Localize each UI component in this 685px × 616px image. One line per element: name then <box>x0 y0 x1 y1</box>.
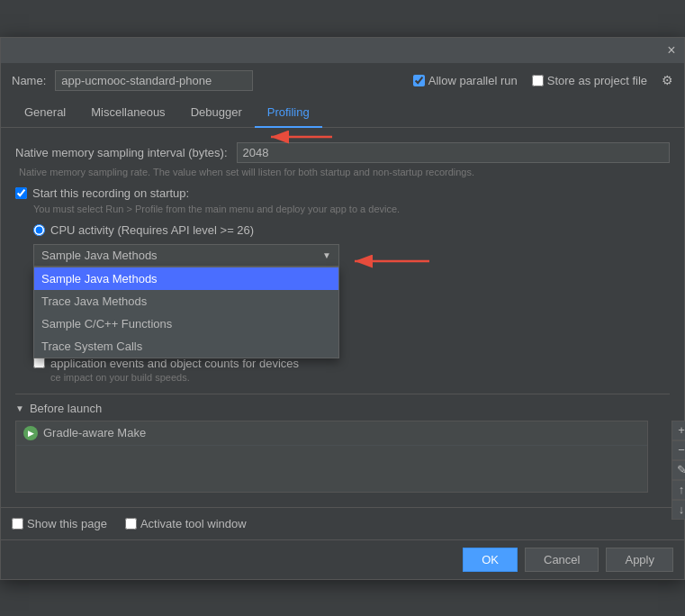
edit-launch-button[interactable]: ✎ <box>671 460 685 480</box>
close-button[interactable]: × <box>664 43 679 58</box>
launch-item-label: Gradle-aware Make <box>43 426 146 439</box>
native-memory-hint: Native memory sampling rate. The value w… <box>15 167 670 177</box>
list-item: ▶ Gradle-aware Make <box>16 421 647 446</box>
gear-icon[interactable]: ⚙ <box>662 73 673 87</box>
store-project-checkbox[interactable] <box>532 75 544 86</box>
list-side-buttons: + − ✎ ↑ ↓ <box>671 421 685 520</box>
title-bar: × <box>1 38 684 63</box>
start-recording-row: Start this recording on startup: <box>15 186 670 200</box>
start-recording-checkbox[interactable] <box>15 187 27 199</box>
dialog: × Name: Allow parallel run Store as proj… <box>0 37 685 580</box>
gradle-icon: ▶ <box>23 426 38 440</box>
store-project-text: Store as project file <box>547 74 647 87</box>
show-page-checkbox[interactable] <box>12 518 23 530</box>
move-down-launch-button[interactable]: ↓ <box>671 500 685 520</box>
allow-parallel-label[interactable]: Allow parallel run <box>413 74 518 87</box>
second-section-hint: ce impact on your build speeds. <box>50 372 299 383</box>
apply-button[interactable]: Apply <box>606 548 673 572</box>
before-launch-section: ▼ Before launch ▶ Gradle-aware Make + − … <box>15 394 670 493</box>
activate-tool-checkbox[interactable] <box>125 518 137 530</box>
dropdown-item-sample-cpp[interactable]: Sample C/C++ Functions <box>34 313 338 335</box>
cpu-activity-row: CPU activity (Requires API level >= 26) <box>33 223 670 237</box>
second-option-row: application events and object counts for… <box>33 357 670 383</box>
name-input[interactable] <box>55 70 253 91</box>
native-memory-row: Native memory sampling interval (bytes): <box>15 142 670 163</box>
allow-parallel-checkbox[interactable] <box>413 75 425 86</box>
activate-tool-text: Activate tool window <box>140 517 247 530</box>
dropdown-item-sample-java[interactable]: Sample Java Methods <box>34 267 338 290</box>
footer-checkboxes: Show this page Activate tool window <box>1 507 684 539</box>
method-dropdown-btn[interactable]: Sample Java Methods ▼ <box>33 244 339 267</box>
native-memory-label: Native memory sampling interval (bytes): <box>15 146 228 159</box>
method-dropdown-menu: Sample Java Methods Trace Java Methods S… <box>33 267 339 358</box>
dropdown-item-trace-java[interactable]: Trace Java Methods <box>34 290 338 313</box>
name-label: Name: <box>12 74 46 87</box>
before-launch-list-wrapper: ▶ Gradle-aware Make + − ✎ ↑ ↓ <box>15 421 670 493</box>
cpu-activity-radio[interactable] <box>33 224 45 236</box>
ok-button[interactable]: OK <box>463 548 518 572</box>
start-recording-label: Start this recording on startup: <box>32 186 189 200</box>
before-launch-header[interactable]: ▼ Before launch <box>15 402 670 415</box>
tab-miscellaneous[interactable]: Miscellaneous <box>78 98 177 128</box>
dropdown-arrow-indicator <box>344 248 434 275</box>
tab-profiling[interactable]: Profiling <box>255 98 322 128</box>
cpu-activity-label: CPU activity (Requires API level >= 26) <box>50 223 254 237</box>
tab-debugger[interactable]: Debugger <box>178 98 255 128</box>
dropdown-item-trace-system[interactable]: Trace System Calls <box>34 335 338 358</box>
move-up-launch-button[interactable]: ↑ <box>671 480 685 500</box>
remove-launch-button[interactable]: − <box>671 440 685 460</box>
tabs-bar: General Miscellaneous Debugger Profiling <box>1 98 684 128</box>
profiling-content: Native memory sampling interval (bytes):… <box>1 128 684 507</box>
cancel-button[interactable]: Cancel <box>525 548 599 572</box>
allow-parallel-text: Allow parallel run <box>428 74 518 87</box>
add-launch-button[interactable]: + <box>671 421 685 440</box>
before-launch-label: Before launch <box>30 402 102 415</box>
before-launch-list: ▶ Gradle-aware Make <box>15 421 648 493</box>
tab-general[interactable]: General <box>12 98 78 128</box>
show-page-text: Show this page <box>27 517 107 530</box>
activate-tool-label[interactable]: Activate tool window <box>125 517 247 530</box>
native-memory-input[interactable] <box>237 142 670 163</box>
start-recording-hint: You must select Run > Profile from the m… <box>33 204 670 214</box>
dialog-footer: OK Cancel Apply <box>1 539 684 579</box>
second-option-text-block: application events and object counts for… <box>50 357 299 383</box>
chevron-down-icon: ▼ <box>322 250 331 260</box>
show-page-label[interactable]: Show this page <box>12 517 107 530</box>
collapse-icon: ▼ <box>15 403 24 413</box>
store-project-label[interactable]: Store as project file <box>532 74 647 87</box>
method-dropdown-container: Sample Java Methods ▼ Sample Java Method… <box>33 244 339 267</box>
header-row: Name: Allow parallel run Store as projec… <box>1 63 684 98</box>
header-options: Allow parallel run Store as project file… <box>413 73 673 87</box>
dropdown-selected-text: Sample Java Methods <box>41 249 158 262</box>
second-section-text: application events and object counts for… <box>50 357 299 370</box>
